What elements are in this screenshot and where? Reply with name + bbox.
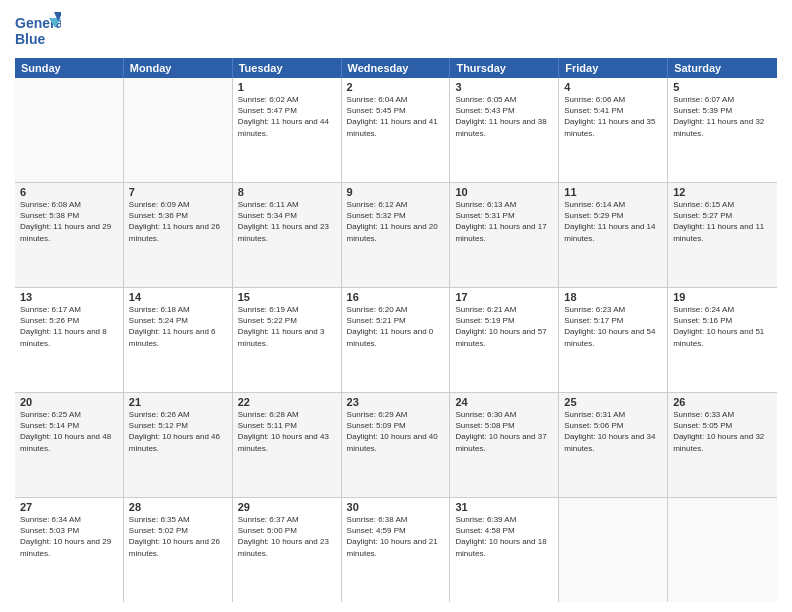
day-number: 24 (455, 396, 553, 408)
day-cell: 29Sunrise: 6:37 AM Sunset: 5:00 PM Dayli… (233, 498, 342, 602)
day-number: 15 (238, 291, 336, 303)
day-cell: 28Sunrise: 6:35 AM Sunset: 5:02 PM Dayli… (124, 498, 233, 602)
logo-svg: GeneralBlue (15, 10, 61, 50)
day-number: 20 (20, 396, 118, 408)
calendar-row: 20Sunrise: 6:25 AM Sunset: 5:14 PM Dayli… (15, 393, 777, 498)
cell-details: Sunrise: 6:08 AM Sunset: 5:38 PM Dayligh… (20, 199, 118, 244)
cell-details: Sunrise: 6:21 AM Sunset: 5:19 PM Dayligh… (455, 304, 553, 349)
weekday-header: Thursday (450, 58, 559, 78)
day-number: 18 (564, 291, 662, 303)
day-cell: 19Sunrise: 6:24 AM Sunset: 5:16 PM Dayli… (668, 288, 777, 392)
day-number: 2 (347, 81, 445, 93)
cell-details: Sunrise: 6:25 AM Sunset: 5:14 PM Dayligh… (20, 409, 118, 454)
cell-details: Sunrise: 6:31 AM Sunset: 5:06 PM Dayligh… (564, 409, 662, 454)
day-cell: 26Sunrise: 6:33 AM Sunset: 5:05 PM Dayli… (668, 393, 777, 497)
cell-details: Sunrise: 6:28 AM Sunset: 5:11 PM Dayligh… (238, 409, 336, 454)
day-cell: 17Sunrise: 6:21 AM Sunset: 5:19 PM Dayli… (450, 288, 559, 392)
calendar-row: 6Sunrise: 6:08 AM Sunset: 5:38 PM Daylig… (15, 183, 777, 288)
day-number: 25 (564, 396, 662, 408)
empty-cell (668, 498, 777, 602)
calendar-row: 1Sunrise: 6:02 AM Sunset: 5:47 PM Daylig… (15, 78, 777, 183)
day-cell: 5Sunrise: 6:07 AM Sunset: 5:39 PM Daylig… (668, 78, 777, 182)
day-cell: 1Sunrise: 6:02 AM Sunset: 5:47 PM Daylig… (233, 78, 342, 182)
cell-details: Sunrise: 6:06 AM Sunset: 5:41 PM Dayligh… (564, 94, 662, 139)
day-cell: 2Sunrise: 6:04 AM Sunset: 5:45 PM Daylig… (342, 78, 451, 182)
day-cell: 16Sunrise: 6:20 AM Sunset: 5:21 PM Dayli… (342, 288, 451, 392)
cell-details: Sunrise: 6:33 AM Sunset: 5:05 PM Dayligh… (673, 409, 772, 454)
day-cell: 31Sunrise: 6:39 AM Sunset: 4:58 PM Dayli… (450, 498, 559, 602)
weekday-header: Friday (559, 58, 668, 78)
day-number: 28 (129, 501, 227, 513)
day-cell: 8Sunrise: 6:11 AM Sunset: 5:34 PM Daylig… (233, 183, 342, 287)
cell-details: Sunrise: 6:11 AM Sunset: 5:34 PM Dayligh… (238, 199, 336, 244)
day-cell: 12Sunrise: 6:15 AM Sunset: 5:27 PM Dayli… (668, 183, 777, 287)
cell-details: Sunrise: 6:05 AM Sunset: 5:43 PM Dayligh… (455, 94, 553, 139)
cell-details: Sunrise: 6:09 AM Sunset: 5:36 PM Dayligh… (129, 199, 227, 244)
day-number: 22 (238, 396, 336, 408)
day-cell: 30Sunrise: 6:38 AM Sunset: 4:59 PM Dayli… (342, 498, 451, 602)
day-number: 31 (455, 501, 553, 513)
cell-details: Sunrise: 6:19 AM Sunset: 5:22 PM Dayligh… (238, 304, 336, 349)
calendar-header: SundayMondayTuesdayWednesdayThursdayFrid… (15, 58, 777, 78)
cell-details: Sunrise: 6:29 AM Sunset: 5:09 PM Dayligh… (347, 409, 445, 454)
empty-cell (559, 498, 668, 602)
day-number: 14 (129, 291, 227, 303)
cell-details: Sunrise: 6:34 AM Sunset: 5:03 PM Dayligh… (20, 514, 118, 559)
day-number: 26 (673, 396, 772, 408)
cell-details: Sunrise: 6:13 AM Sunset: 5:31 PM Dayligh… (455, 199, 553, 244)
day-number: 1 (238, 81, 336, 93)
calendar-body: 1Sunrise: 6:02 AM Sunset: 5:47 PM Daylig… (15, 78, 777, 602)
calendar-row: 27Sunrise: 6:34 AM Sunset: 5:03 PM Dayli… (15, 498, 777, 602)
day-number: 9 (347, 186, 445, 198)
weekday-header: Wednesday (342, 58, 451, 78)
day-number: 23 (347, 396, 445, 408)
day-cell: 9Sunrise: 6:12 AM Sunset: 5:32 PM Daylig… (342, 183, 451, 287)
empty-cell (15, 78, 124, 182)
day-cell: 23Sunrise: 6:29 AM Sunset: 5:09 PM Dayli… (342, 393, 451, 497)
day-number: 17 (455, 291, 553, 303)
cell-details: Sunrise: 6:37 AM Sunset: 5:00 PM Dayligh… (238, 514, 336, 559)
empty-cell (124, 78, 233, 182)
day-number: 11 (564, 186, 662, 198)
cell-details: Sunrise: 6:38 AM Sunset: 4:59 PM Dayligh… (347, 514, 445, 559)
day-number: 16 (347, 291, 445, 303)
cell-details: Sunrise: 6:02 AM Sunset: 5:47 PM Dayligh… (238, 94, 336, 139)
day-number: 8 (238, 186, 336, 198)
day-cell: 18Sunrise: 6:23 AM Sunset: 5:17 PM Dayli… (559, 288, 668, 392)
day-cell: 11Sunrise: 6:14 AM Sunset: 5:29 PM Dayli… (559, 183, 668, 287)
day-number: 21 (129, 396, 227, 408)
day-cell: 13Sunrise: 6:17 AM Sunset: 5:26 PM Dayli… (15, 288, 124, 392)
day-cell: 24Sunrise: 6:30 AM Sunset: 5:08 PM Dayli… (450, 393, 559, 497)
page: GeneralBlue SundayMondayTuesdayWednesday… (0, 0, 792, 612)
header: GeneralBlue (15, 10, 777, 50)
cell-details: Sunrise: 6:23 AM Sunset: 5:17 PM Dayligh… (564, 304, 662, 349)
weekday-header: Monday (124, 58, 233, 78)
weekday-header: Sunday (15, 58, 124, 78)
day-cell: 4Sunrise: 6:06 AM Sunset: 5:41 PM Daylig… (559, 78, 668, 182)
cell-details: Sunrise: 6:14 AM Sunset: 5:29 PM Dayligh… (564, 199, 662, 244)
day-number: 3 (455, 81, 553, 93)
day-number: 10 (455, 186, 553, 198)
day-cell: 27Sunrise: 6:34 AM Sunset: 5:03 PM Dayli… (15, 498, 124, 602)
cell-details: Sunrise: 6:04 AM Sunset: 5:45 PM Dayligh… (347, 94, 445, 139)
logo: GeneralBlue (15, 10, 61, 50)
day-cell: 10Sunrise: 6:13 AM Sunset: 5:31 PM Dayli… (450, 183, 559, 287)
day-cell: 3Sunrise: 6:05 AM Sunset: 5:43 PM Daylig… (450, 78, 559, 182)
day-number: 13 (20, 291, 118, 303)
cell-details: Sunrise: 6:17 AM Sunset: 5:26 PM Dayligh… (20, 304, 118, 349)
day-number: 30 (347, 501, 445, 513)
day-cell: 22Sunrise: 6:28 AM Sunset: 5:11 PM Dayli… (233, 393, 342, 497)
day-number: 6 (20, 186, 118, 198)
day-number: 12 (673, 186, 772, 198)
day-cell: 6Sunrise: 6:08 AM Sunset: 5:38 PM Daylig… (15, 183, 124, 287)
day-cell: 7Sunrise: 6:09 AM Sunset: 5:36 PM Daylig… (124, 183, 233, 287)
cell-details: Sunrise: 6:39 AM Sunset: 4:58 PM Dayligh… (455, 514, 553, 559)
day-cell: 21Sunrise: 6:26 AM Sunset: 5:12 PM Dayli… (124, 393, 233, 497)
cell-details: Sunrise: 6:24 AM Sunset: 5:16 PM Dayligh… (673, 304, 772, 349)
day-number: 4 (564, 81, 662, 93)
day-number: 19 (673, 291, 772, 303)
day-cell: 14Sunrise: 6:18 AM Sunset: 5:24 PM Dayli… (124, 288, 233, 392)
calendar: SundayMondayTuesdayWednesdayThursdayFrid… (15, 58, 777, 602)
day-number: 5 (673, 81, 772, 93)
cell-details: Sunrise: 6:07 AM Sunset: 5:39 PM Dayligh… (673, 94, 772, 139)
